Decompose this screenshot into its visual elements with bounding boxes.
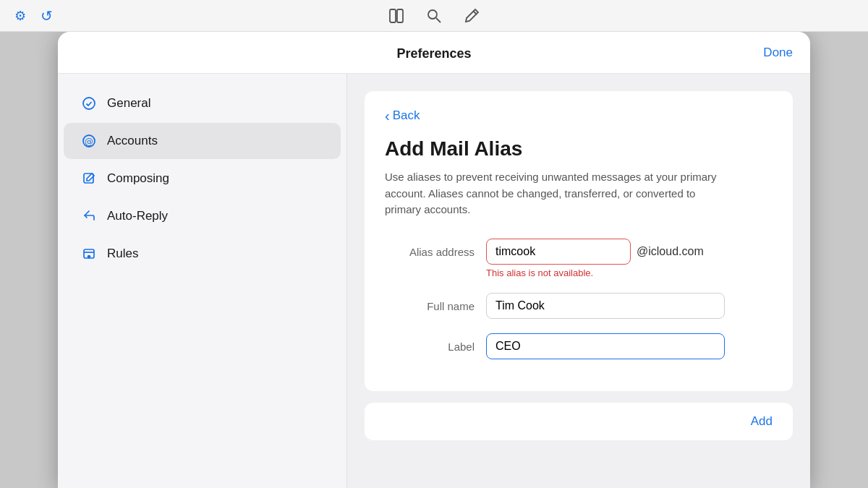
toolbar: ⚙ ↺ <box>0 0 868 32</box>
svg-point-2 <box>428 10 437 19</box>
sidebar-item-rules[interactable]: Rules <box>64 236 341 272</box>
sidebar-label-general: General <box>107 96 150 111</box>
label-row: Label <box>385 333 773 359</box>
label-field-group <box>486 333 773 359</box>
done-button[interactable]: Done <box>763 46 793 60</box>
fullname-field-group <box>486 293 773 319</box>
compose-icon[interactable] <box>461 6 482 26</box>
fullname-label: Full name <box>385 293 486 312</box>
search-icon[interactable] <box>424 6 444 26</box>
alias-field-group: @icloud.com This alias is not available. <box>486 239 773 278</box>
add-alias-description: Use aliases to prevent receiving unwante… <box>385 169 732 218</box>
alias-domain-label: @icloud.com <box>637 245 704 258</box>
back-label: Back <box>393 108 420 123</box>
alias-error-message: This alias is not available. <box>486 267 773 278</box>
modal-header: Preferences Done <box>58 32 810 74</box>
sidebar-label-rules: Rules <box>107 247 138 261</box>
accounts-icon: @ <box>81 133 97 149</box>
add-button[interactable]: Add <box>751 414 773 429</box>
back-button[interactable]: ‹ Back <box>385 108 420 123</box>
sidebar-label-accounts: Accounts <box>107 134 158 148</box>
alias-address-row: Alias address @icloud.com This alias is … <box>385 239 773 278</box>
sidebar-item-auto-reply[interactable]: Auto-Reply <box>64 198 341 234</box>
sidebar-item-general[interactable]: General <box>64 85 341 121</box>
general-icon <box>81 95 97 111</box>
auto-reply-icon <box>81 208 97 224</box>
sidebar-label-auto-reply: Auto-Reply <box>107 209 168 223</box>
alias-address-input[interactable] <box>486 239 631 265</box>
svg-point-5 <box>83 98 95 109</box>
bottom-action-card: Add <box>365 403 793 440</box>
add-alias-card: ‹ Back Add Mail Alias Use aliases to pre… <box>365 91 793 391</box>
layout-icon[interactable] <box>386 6 407 26</box>
sidebar-item-accounts[interactable]: @ Accounts <box>64 123 341 159</box>
toolbar-center-icons <box>386 6 482 26</box>
alias-address-label: Alias address <box>385 239 486 258</box>
svg-point-10 <box>88 256 90 258</box>
label-input[interactable] <box>486 333 725 359</box>
rules-icon <box>81 246 97 262</box>
settings-icon[interactable]: ⚙ <box>12 7 29 25</box>
preferences-modal: Preferences Done General <box>58 32 810 488</box>
sidebar-item-composing[interactable]: Composing <box>64 160 341 197</box>
alias-input-row: @icloud.com <box>486 239 773 265</box>
svg-line-4 <box>473 11 477 14</box>
svg-line-3 <box>436 18 441 22</box>
main-content: ‹ Back Add Mail Alias Use aliases to pre… <box>347 74 810 488</box>
fullname-row: Full name <box>385 293 773 319</box>
label-field-label: Label <box>385 333 486 353</box>
svg-text:@: @ <box>85 137 93 147</box>
composing-icon <box>81 171 97 187</box>
sidebar: General @ Accounts <box>58 74 347 488</box>
refresh-icon[interactable]: ↺ <box>38 7 55 25</box>
svg-rect-0 <box>390 9 396 22</box>
fullname-input[interactable] <box>486 293 725 319</box>
back-chevron-icon: ‹ <box>385 108 390 123</box>
sidebar-label-composing: Composing <box>107 171 169 186</box>
modal-body: General @ Accounts <box>58 74 810 488</box>
add-alias-title: Add Mail Alias <box>385 137 773 160</box>
svg-rect-1 <box>397 9 403 22</box>
modal-title: Preferences <box>396 46 471 61</box>
